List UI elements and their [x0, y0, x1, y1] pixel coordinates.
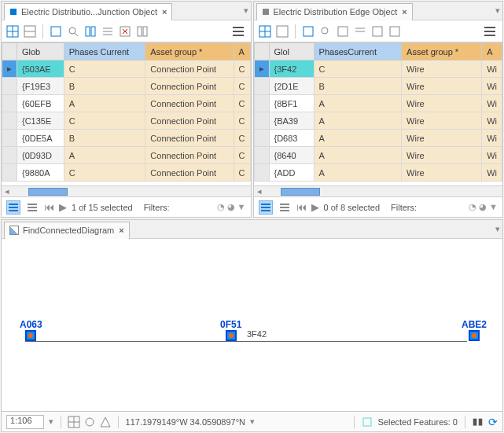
scale-input[interactable]: 1:106: [6, 415, 44, 429]
cell-phase[interactable]: A: [64, 147, 145, 164]
diagram-canvas[interactable]: 3F42 A0630F51ABE2: [2, 239, 502, 411]
row-handle[interactable]: ▸: [2, 61, 17, 78]
row-handle[interactable]: [2, 78, 17, 95]
cell-glob[interactable]: {3F42: [269, 61, 314, 78]
diagram-node[interactable]: ABE2: [462, 319, 487, 341]
cell-last[interactable]: C: [234, 147, 250, 164]
cell-last[interactable]: Wi: [482, 164, 502, 182]
tool5-icon[interactable]: [119, 25, 131, 38]
table-row[interactable]: {0DE5A B Connection Point C: [2, 130, 251, 147]
tab-menu-icon[interactable]: ▾: [244, 6, 248, 16]
next-icon[interactable]: ▶: [59, 201, 67, 213]
node-dot[interactable]: [469, 330, 480, 341]
refresh-icon[interactable]: ⟳: [488, 416, 498, 428]
table-row[interactable]: {0D93D A Connection Point C: [2, 147, 251, 164]
cell-glob[interactable]: {9880A: [17, 164, 64, 182]
cell-glob[interactable]: {D683: [269, 130, 314, 147]
tab-menu-icon[interactable]: ▾: [495, 224, 500, 234]
table-row[interactable]: {D683 A Wire Wi: [254, 130, 502, 147]
table-row[interactable]: {8BF1 A Wire Wi: [254, 95, 502, 112]
cell-phase[interactable]: B: [314, 78, 402, 95]
cell-last[interactable]: Wi: [482, 78, 502, 95]
col-glob[interactable]: Glob: [17, 43, 64, 61]
grid2-icon[interactable]: [24, 25, 36, 38]
first-icon[interactable]: ⏮: [296, 201, 307, 213]
tab-diagram[interactable]: FindConnectedDiagram ×: [4, 222, 130, 239]
row-handle[interactable]: [2, 112, 17, 130]
row-handle[interactable]: [254, 95, 269, 112]
cell-asset[interactable]: Wire: [402, 112, 482, 130]
tool3-icon[interactable]: [337, 25, 349, 38]
grid-icon[interactable]: [68, 416, 79, 427]
tool4-icon[interactable]: [101, 25, 114, 38]
cell-asset[interactable]: Wire: [402, 95, 482, 112]
tool2-icon[interactable]: [319, 25, 332, 38]
scale-dropdown-icon[interactable]: ▾: [49, 416, 53, 427]
table-row[interactable]: {8640 A Wire Wi: [254, 147, 502, 164]
cell-phase[interactable]: A: [64, 95, 145, 112]
cell-phase[interactable]: A: [314, 95, 402, 112]
row-handle[interactable]: [2, 95, 17, 112]
node-dot[interactable]: [226, 330, 237, 341]
row-handle[interactable]: [254, 147, 269, 164]
cell-last[interactable]: C: [234, 112, 250, 130]
cell-glob[interactable]: {BA39: [269, 112, 314, 130]
snap-icon[interactable]: [84, 416, 95, 427]
cell-asset[interactable]: Connection Point: [145, 61, 234, 78]
cell-asset[interactable]: Wire: [402, 61, 482, 78]
coords-dropdown-icon[interactable]: ▾: [250, 416, 255, 427]
tool4-icon[interactable]: [354, 25, 366, 38]
cell-asset[interactable]: Connection Point: [145, 130, 234, 147]
cell-glob[interactable]: {2D1E: [269, 78, 314, 95]
cell-last[interactable]: Wi: [482, 95, 502, 112]
close-icon[interactable]: ×: [162, 7, 167, 17]
col-glob[interactable]: Glol: [269, 43, 314, 61]
cell-last[interactable]: C: [234, 130, 250, 147]
row-handle[interactable]: [254, 130, 269, 147]
menu-icon[interactable]: [482, 27, 498, 36]
cell-phase[interactable]: C: [64, 112, 145, 130]
cell-asset[interactable]: Connection Point: [145, 95, 234, 112]
pause-icon[interactable]: ▮▮: [473, 416, 484, 427]
tool1-icon[interactable]: [50, 25, 62, 38]
view-all-icon[interactable]: [259, 200, 273, 215]
cell-glob[interactable]: {C135E: [17, 112, 64, 130]
cell-phase[interactable]: A: [314, 112, 402, 130]
h-scrollbar[interactable]: ◂: [2, 185, 251, 196]
cell-glob[interactable]: {60EFB: [17, 95, 64, 112]
cell-last[interactable]: C: [234, 95, 250, 112]
close-icon[interactable]: ×: [119, 226, 123, 235]
col-last[interactable]: A: [482, 43, 502, 61]
col-phases[interactable]: PhasesCurrent: [314, 43, 402, 61]
node-dot[interactable]: [25, 330, 36, 341]
diagram-node[interactable]: 0F51: [220, 319, 241, 341]
select-icon[interactable]: [362, 416, 373, 427]
filter-icons[interactable]: ◔ ◕ ▼: [217, 202, 246, 212]
cell-asset[interactable]: Connection Point: [145, 164, 234, 182]
cell-asset[interactable]: Connection Point: [145, 112, 234, 130]
cell-last[interactable]: C: [234, 164, 250, 182]
cell-phase[interactable]: A: [314, 147, 402, 164]
first-icon[interactable]: ⏮: [44, 201, 54, 213]
tool3-icon[interactable]: [84, 25, 97, 38]
tool5-icon[interactable]: [371, 25, 384, 38]
col-asset[interactable]: Asset group *: [145, 43, 234, 61]
cell-glob[interactable]: {0D93D: [17, 147, 64, 164]
row-handle[interactable]: ▸: [254, 61, 269, 78]
col-phases[interactable]: Phases Current: [64, 43, 145, 61]
row-handle[interactable]: [254, 78, 269, 95]
cell-asset[interactable]: Wire: [402, 130, 482, 147]
menu-icon[interactable]: [230, 27, 246, 36]
table-row[interactable]: {2D1E B Wire Wi: [254, 78, 502, 95]
grid1-icon[interactable]: [259, 25, 271, 38]
row-handle[interactable]: [2, 147, 17, 164]
table-row[interactable]: ▸ {503AE C Connection Point C: [2, 61, 251, 78]
table-row[interactable]: {F19E3 B Connection Point C: [2, 78, 251, 95]
cell-phase[interactable]: B: [64, 130, 145, 147]
table-row[interactable]: {ADD A Wire Wi: [254, 164, 502, 182]
cell-phase[interactable]: C: [64, 61, 145, 78]
diagram-node[interactable]: A063: [20, 319, 42, 341]
tool6-icon[interactable]: [136, 25, 149, 38]
cell-glob[interactable]: {0DE5A: [17, 130, 64, 147]
row-handle[interactable]: [2, 130, 17, 147]
